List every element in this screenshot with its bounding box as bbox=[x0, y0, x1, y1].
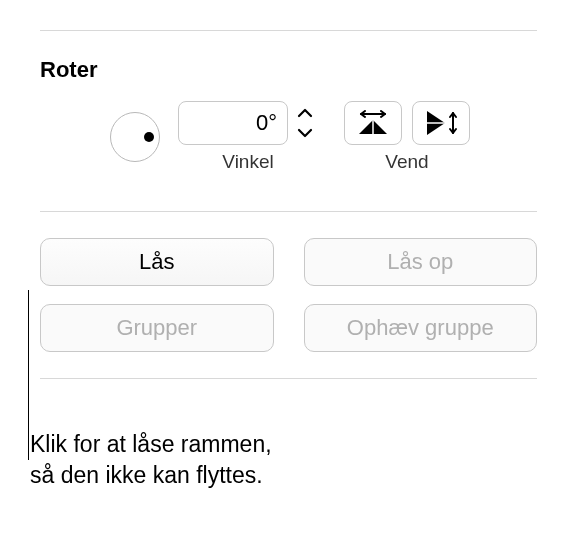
callout-text: Klik for at låse rammen, så den ikke kan… bbox=[30, 429, 380, 491]
callout-line2: så den ikke kan flyttes. bbox=[30, 462, 263, 488]
rotate-section-title: Roter bbox=[40, 57, 537, 83]
lock-button[interactable]: Lås bbox=[40, 238, 274, 286]
flip-horizontal-icon bbox=[355, 110, 391, 136]
flip-vertical-icon bbox=[423, 108, 459, 138]
ungroup-button[interactable]: Ophæv gruppe bbox=[304, 304, 538, 352]
flip-buttons bbox=[344, 101, 470, 145]
arrange-panel: Roter Vinkel bbox=[0, 0, 577, 491]
angle-group: Vinkel bbox=[178, 101, 318, 173]
angle-input-wrap bbox=[178, 101, 318, 145]
unlock-button[interactable]: Lås op bbox=[304, 238, 538, 286]
flip-label: Vend bbox=[385, 151, 428, 173]
group-button[interactable]: Grupper bbox=[40, 304, 274, 352]
angle-label: Vinkel bbox=[222, 151, 273, 173]
divider-mid bbox=[40, 211, 537, 212]
chevron-down-icon bbox=[297, 128, 313, 138]
flip-group: Vend bbox=[344, 101, 470, 173]
rotate-dial[interactable] bbox=[110, 112, 160, 162]
lock-group-buttons: Lås Lås op Grupper Ophæv gruppe bbox=[40, 238, 537, 352]
stepper-up[interactable] bbox=[294, 104, 316, 122]
chevron-up-icon bbox=[297, 108, 313, 118]
flip-horizontal-button[interactable] bbox=[344, 101, 402, 145]
divider-bottom bbox=[40, 378, 537, 379]
callout-leader-line bbox=[28, 290, 29, 460]
flip-vertical-button[interactable] bbox=[412, 101, 470, 145]
stepper-down[interactable] bbox=[294, 124, 316, 142]
angle-stepper bbox=[294, 101, 318, 145]
callout-line1: Klik for at låse rammen, bbox=[30, 431, 272, 457]
rotate-controls: Vinkel bbox=[40, 101, 537, 173]
divider-top bbox=[40, 30, 537, 31]
angle-input[interactable] bbox=[178, 101, 288, 145]
